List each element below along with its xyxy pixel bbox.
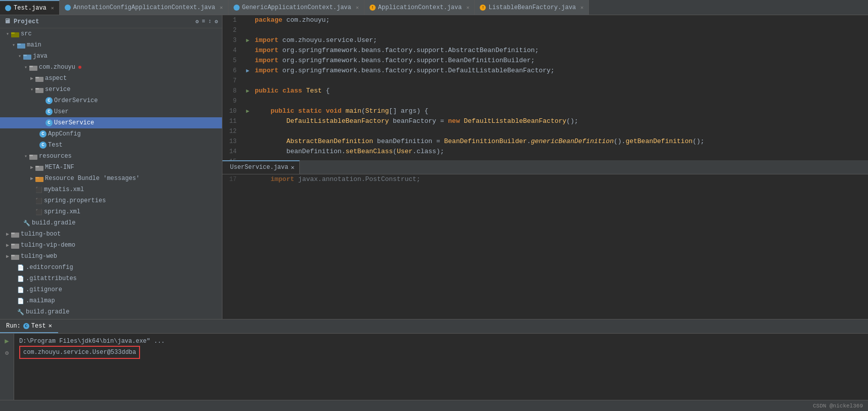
run-tab[interactable]: Run: C Test ✕ — [0, 319, 58, 333]
toolbar-icon-4[interactable]: ⚙ — [214, 18, 218, 25]
warning-file-icon: ! — [480, 5, 486, 11]
tab-listable-factory[interactable]: ! ListableBeanFactory.java ✕ — [475, 0, 589, 15]
error-indicator — [78, 66, 81, 69]
java-file-icon — [65, 5, 71, 11]
code-line-15: 15 — [222, 157, 868, 160]
folder-icon — [35, 75, 43, 82]
secondary-tab-userservice[interactable]: UserService.java ✕ — [222, 160, 300, 174]
run-controls: ▶ ⚙ — [0, 334, 14, 400]
toolbar-icon-2[interactable]: ≡ — [202, 18, 205, 25]
sidebar-item-tuling-boot[interactable]: ▶ tuling-boot — [0, 229, 222, 240]
code-line-10: 10 ▶ public static void main(String[] ar… — [222, 106, 868, 116]
close-tab-icon[interactable]: ✕ — [356, 5, 359, 11]
secondary-code-preview[interactable]: 17 import javax.annotation.PostConstruct… — [222, 174, 868, 319]
sidebar-item-gitignore[interactable]: ▶ 📄 .gitignore — [0, 284, 222, 295]
folder-icon — [35, 175, 43, 182]
code-line-8: 8 ▶ public class Test { — [222, 86, 868, 96]
sidebar-item-meta-inf[interactable]: ▶ META-INF — [0, 162, 222, 173]
folder-icon — [11, 231, 19, 238]
run-gutter-icon[interactable]: ▶ — [246, 106, 250, 116]
gradle-file-icon: 🔧 — [23, 220, 30, 226]
sidebar-item-user[interactable]: ▶ C User — [0, 106, 222, 117]
sidebar-item-mybatis-xml[interactable]: ▶ ⬛ mybatis.xml — [0, 184, 222, 195]
code-editor-area: 1 package com.zhouyu; 2 3 ▶ import com.z… — [222, 15, 868, 319]
folder-icon — [17, 42, 25, 49]
project-header: 🖥 Project ⚙ ≡ ↕ ⚙ — [0, 15, 222, 28]
main-area: 🖥 Project ⚙ ≡ ↕ ⚙ ▾ src ▾ main ▾ — [0, 15, 868, 319]
folder-icon — [29, 64, 37, 71]
status-right: CSDN @nickel369 — [813, 403, 863, 409]
sidebar-item-tuling-web[interactable]: ▶ tuling-web — [0, 251, 222, 262]
tab-test-java[interactable]: Test.java ✕ — [0, 0, 60, 15]
sidebar-item-build-gradle-sub[interactable]: ▶ 🔧 build.gradle — [0, 217, 222, 229]
gitignore-file-icon: 📄 — [17, 287, 24, 293]
close-run-tab-icon[interactable]: ✕ — [49, 322, 52, 330]
svg-rect-13 — [29, 155, 33, 156]
class-file-icon: C — [45, 97, 53, 104]
sidebar-item-appconfig[interactable]: ▶ C AppConfig — [0, 128, 222, 140]
sidebar-item-service[interactable]: ▾ service — [0, 84, 222, 95]
sidebar-item-src[interactable]: ▾ src — [0, 28, 222, 39]
folder-icon — [35, 164, 43, 171]
sidebar-item-build-gradle-root[interactable]: ▶ 🔧 build.gradle — [0, 306, 222, 317]
svg-rect-11 — [35, 88, 39, 89]
project-sidebar: 🖥 Project ⚙ ≡ ↕ ⚙ ▾ src ▾ main ▾ — [0, 15, 222, 319]
sidebar-item-resources[interactable]: ▾ resources — [0, 151, 222, 162]
code-line-1: 1 package com.zhouyu; — [222, 15, 868, 25]
sidebar-item-main[interactable]: ▾ main — [0, 39, 222, 51]
output-line-1: D:\Program Files\jdk64\bin\java.exe" ... — [19, 337, 863, 346]
tab-generic-context[interactable]: GenericApplicationContext.java ✕ — [229, 0, 364, 15]
expand-arrow: ▶ — [4, 253, 11, 259]
sidebar-item-java[interactable]: ▾ java — [0, 51, 222, 62]
folder-icon — [29, 153, 37, 160]
code-line-9: 9 — [222, 96, 868, 106]
sidebar-item-test[interactable]: ▶ C Test — [0, 140, 222, 151]
line-arrow-icon: ▶ — [246, 35, 250, 45]
sidebar-item-editorconfig[interactable]: ▶ 📄 .editorconfig — [0, 262, 222, 273]
warning-file-icon: ! — [370, 5, 376, 11]
sidebar-item-spring-xml[interactable]: ▶ ⬛ spring.xml — [0, 206, 222, 217]
svg-rect-3 — [17, 43, 21, 45]
svg-rect-21 — [11, 244, 15, 245]
mailmap-file-icon: 📄 — [17, 298, 24, 304]
sidebar-item-mailmap[interactable]: ▶ 📄 .mailmap — [0, 295, 222, 306]
code-line-13: 13 AbstractBeanDefinition beanDefinition… — [222, 136, 868, 147]
close-secondary-tab-icon[interactable]: ✕ — [291, 164, 294, 171]
properties-file-icon: ⬛ — [35, 198, 42, 204]
close-tab-icon[interactable]: ✕ — [220, 5, 223, 11]
close-tab-icon[interactable]: ✕ — [580, 5, 583, 11]
close-tab-icon[interactable]: ✕ — [51, 5, 54, 11]
class-file-icon: C — [39, 130, 47, 138]
svg-rect-23 — [11, 255, 15, 256]
run-play-button[interactable]: ▶ — [2, 336, 12, 346]
bottom-panel: Run: C Test ✕ ▶ ⚙ D:\Program Files\jdk64… — [0, 319, 868, 400]
run-gutter-icon[interactable]: ▶ — [246, 86, 250, 96]
xml2-file-icon: ⬛ — [35, 209, 42, 215]
sidebar-item-spring-properties[interactable]: ▶ ⬛ spring.properties — [0, 195, 222, 206]
sidebar-item-userservice[interactable]: ▶ C UserService — [0, 117, 222, 128]
tab-annotation-context[interactable]: AnnotationConfigApplicationContext.java … — [60, 0, 229, 15]
code-line-7: 7 — [222, 76, 868, 86]
expand-arrow: ▾ — [22, 64, 29, 70]
class-file-icon: C — [39, 142, 47, 149]
sidebar-item-com-zhouyu[interactable]: ▾ com.zhouyu — [0, 62, 222, 73]
sidebar-item-gitattributes[interactable]: ▶ 📄 .gitattributes — [0, 273, 222, 284]
close-tab-icon[interactable]: ✕ — [466, 5, 469, 11]
tab-application-context[interactable]: ! ApplicationContext.java ✕ — [364, 0, 475, 15]
folder-icon — [11, 242, 19, 249]
sidebar-item-messages[interactable]: ▶ Resource Bundle 'messages' — [0, 173, 222, 184]
code-editor[interactable]: 1 package com.zhouyu; 2 3 ▶ import com.z… — [222, 15, 868, 160]
code-line-2: 2 — [222, 25, 868, 35]
folder-icon — [11, 31, 19, 37]
code-line-6: 6 ▶ import org.springframework.beans.fac… — [222, 66, 868, 76]
sidebar-item-aspect[interactable]: ▶ aspect — [0, 73, 222, 84]
sidebar-item-tuling-vip-demo[interactable]: ▶ tuling-vip-demo — [0, 240, 222, 251]
folder-icon — [35, 86, 43, 93]
toolbar-icon-3[interactable]: ↕ — [208, 18, 212, 25]
sidebar-item-orderservice[interactable]: ▶ C OrderService — [0, 95, 222, 106]
code-line-3: 3 ▶ import com.zhouyu.service.User; — [222, 35, 868, 45]
toolbar-icon-1[interactable]: ⚙ — [196, 18, 199, 25]
xml-file-icon: ⬛ — [35, 187, 42, 193]
settings-button[interactable]: ⚙ — [2, 348, 12, 358]
secondary-code-line-17: 17 import javax.annotation.PostConstruct… — [222, 174, 868, 185]
